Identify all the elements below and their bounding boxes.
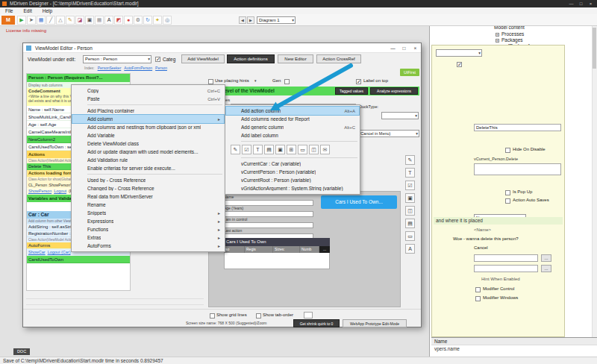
palette-label-icon[interactable]: A — [405, 244, 415, 254]
context-menu-item[interactable]: AutoForms▸ — [72, 242, 224, 250]
diagram-prev-button[interactable]: ◀ — [239, 16, 246, 24]
add-class-icon[interactable]: ▦ — [37, 16, 46, 25]
action-enabled-checkbox[interactable] — [457, 62, 462, 67]
ducktype-combo[interactable] — [381, 112, 419, 119]
minimize-button[interactable]: — — [566, 0, 576, 7]
context-menu-item[interactable]: CopyCtrl+C — [72, 87, 224, 95]
context-menu-item[interactable]: Add Placing container — [72, 107, 224, 115]
categ-checkbox[interactable] — [155, 57, 160, 62]
cars-i-used-to-own-row[interactable]: CarsIUsedToOwn — [27, 256, 130, 263]
preview-field-input[interactable] — [224, 211, 313, 217]
context-menu-item[interactable]: Functions▸ — [72, 225, 224, 233]
pointer-icon[interactable]: ➤ — [27, 16, 36, 25]
palette-icon[interactable]: ◩ — [114, 16, 123, 25]
pencil-icon[interactable]: ✎ — [66, 16, 75, 25]
comment-column-icon[interactable]: ✉ — [320, 145, 330, 154]
logout-car-link[interactable]: Logout (Car) — [48, 249, 71, 256]
tab-order-box[interactable] — [304, 312, 313, 318]
menu-help[interactable]: Help — [37, 7, 57, 14]
text-column-icon[interactable]: T — [253, 145, 263, 154]
uifirst-button[interactable]: UiFirst — [400, 69, 419, 76]
image-field[interactable] — [474, 254, 538, 262]
diagram-next-button[interactable]: ▶ — [247, 16, 254, 24]
modifier-control-checkbox[interactable] — [475, 287, 481, 292]
refresh-icon[interactable]: ↻ — [143, 16, 152, 25]
palette-grid-icon[interactable]: ◫ — [405, 206, 415, 216]
star-icon[interactable]: ✦ — [153, 16, 162, 25]
submenu-item[interactable]: vCurrentRoot : Person (variable) — [226, 176, 359, 184]
palette-combo-icon[interactable]: ▤ — [405, 219, 415, 228]
palette-image-icon[interactable]: ▣ — [405, 193, 415, 203]
text-icon[interactable]: A — [104, 16, 113, 25]
camera-icon[interactable]: ▣ — [85, 16, 94, 25]
checkbox-column-icon[interactable]: ☑ — [242, 145, 251, 154]
action-kind-combo[interactable] — [436, 49, 482, 57]
submenu-item[interactable]: Add generic columnAlt+C — [226, 123, 359, 131]
edit-column-icon[interactable]: ✎ — [231, 145, 240, 154]
context-menu-item[interactable]: Add column▸ — [72, 115, 224, 123]
image-column-icon[interactable]: ▣ — [275, 145, 285, 154]
settings-icon[interactable]: ⚙ — [134, 16, 143, 25]
link-column-icon[interactable]: ⊞ — [287, 145, 296, 154]
use-placing-hints-checkbox[interactable] — [208, 79, 213, 84]
webapp-prototype-button[interactable]: WebApp Prototype Edit-Mode — [343, 319, 407, 327]
menu-edit[interactable]: Edit — [18, 7, 37, 14]
context-menu-item[interactable]: Real data from MDrivenServer — [72, 192, 224, 201]
submenu-item[interactable]: Add label column — [226, 131, 359, 139]
context-menu-item[interactable]: Add Validation rule — [72, 156, 224, 164]
context-menu-item[interactable]: Snippets▸ — [72, 209, 224, 217]
button-column-icon[interactable]: ▭ — [298, 145, 307, 154]
image-field-2[interactable] — [474, 265, 538, 272]
mdriven-logo[interactable]: M — [1, 16, 15, 25]
context-menu-item[interactable]: Used by - Cross Reference — [72, 176, 224, 184]
grid-more-button[interactable]: ... — [319, 246, 330, 253]
dialog-close-button[interactable]: × — [410, 43, 421, 53]
modifier-windows-checkbox[interactable] — [475, 296, 481, 301]
palette-button-icon[interactable]: ▭ — [405, 231, 415, 241]
combobox-column-icon[interactable]: ▤ — [264, 145, 274, 154]
diagram-selector[interactable]: Diagram 1 — [257, 16, 296, 24]
model-tree-item[interactable]: +Processes — [496, 31, 530, 37]
expander-icon[interactable]: + — [496, 39, 499, 43]
context-menu-item[interactable]: PasteCtrl+V — [72, 95, 224, 103]
add-viewmodel-button[interactable]: Add ViewModel — [181, 54, 225, 63]
action-expression-editor[interactable] — [474, 163, 561, 175]
cars-i-used-to-own-button[interactable]: Cars I Used To Own... — [321, 195, 397, 209]
browse-button-2[interactable]: ... — [541, 265, 551, 272]
is-pop-up-checkbox[interactable] — [505, 190, 510, 195]
context-menu-item[interactable]: Rename — [72, 201, 224, 209]
context-menu-item[interactable]: Add columns and nestings from clipboard … — [72, 123, 224, 131]
submenu-item[interactable]: vCurrentPerson : Person (variable) — [226, 168, 359, 176]
show-car-link[interactable]: ShowCar — [28, 249, 46, 256]
record-icon[interactable]: ● — [124, 16, 133, 25]
context-menu-item[interactable]: Changed by - Cross Reference — [72, 184, 224, 192]
palette-text-icon[interactable]: T — [405, 168, 415, 178]
person-link[interactable]: Person — [155, 66, 167, 70]
show-person-link[interactable]: ShowPerson — [28, 188, 51, 195]
context-menu-item[interactable]: Enable criterias for server side execute… — [72, 164, 224, 172]
viewmodel-root-header[interactable]: Person : Person (Requires Root?... — [27, 74, 130, 82]
show-grid-lines-checkbox[interactable] — [210, 313, 215, 318]
menu-file[interactable]: File — [0, 7, 18, 14]
grid-icon[interactable]: ▦ — [95, 16, 104, 25]
preview-field-input[interactable] — [224, 222, 313, 228]
context-menu-item[interactable]: Expressions▸ — [72, 217, 224, 225]
context-menu-item[interactable]: Delete ViewModel class — [72, 139, 224, 148]
palette-edit-icon[interactable]: ✎ — [405, 155, 415, 165]
context-menu-item[interactable]: Add Variable — [72, 131, 224, 139]
show-tab-order-checkbox[interactable] — [256, 313, 261, 318]
shrink-quirk-button[interactable]: Get shrink quirk to 0 — [293, 319, 340, 327]
browse-button[interactable]: ... — [541, 254, 551, 262]
context-menu-item[interactable]: Add or update diagram with used model el… — [72, 148, 224, 156]
scrollbar[interactable] — [592, 14, 597, 357]
generalization-icon[interactable]: △ — [56, 16, 65, 25]
preview-field-input[interactable] — [224, 200, 313, 206]
maximize-button[interactable]: □ — [576, 0, 586, 7]
analyze-expressions-button[interactable]: Analyze expressions — [370, 87, 418, 95]
scrollbar-thumb[interactable] — [593, 28, 596, 69]
action-auto-saves-checkbox[interactable] — [505, 198, 510, 204]
submenu-item[interactable]: vCurrentCar : Car (variable) — [226, 160, 359, 168]
palette-checkbox-icon[interactable]: ☑ — [405, 181, 415, 190]
hide-on-disable-checkbox[interactable] — [505, 148, 510, 153]
association-icon[interactable]: ╱ — [46, 16, 55, 25]
